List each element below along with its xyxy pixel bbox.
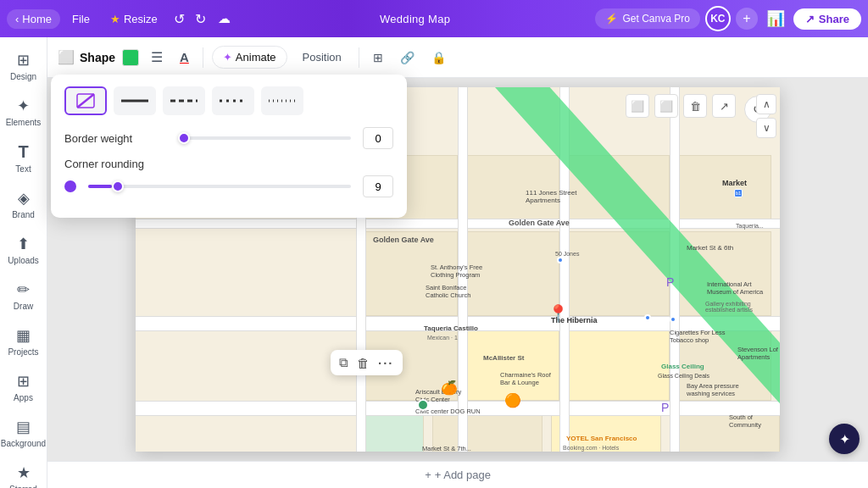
sidebar-item-elements[interactable]: ✦ Elements [3,90,44,134]
sidebar-item-apps[interactable]: ⊞ Apps [3,365,44,409]
shape-label: Shape [80,51,115,64]
map-pin-blue [557,257,564,263]
map-pin-orange: 🟠 [504,392,521,408]
corner-rounding-thumb[interactable] [112,180,124,192]
map-ctrl-4[interactable]: ↗ [712,94,736,118]
lightning-icon: ⚡ [605,13,618,25]
add-collaborator-button[interactable]: + [736,8,758,30]
map-label: Taqueria... [736,223,764,229]
sidebar-item-uploads[interactable]: ⬆ Uploads [3,228,44,272]
text-icon: T [18,142,28,162]
brand-icon: ◈ [18,189,30,208]
toolbar-divider2 [359,47,359,68]
sidebar-item-draw[interactable]: ✏ Draw [3,274,44,318]
corner-rounding-track[interactable] [88,185,351,188]
map-label: Glass Ceiling Deals [658,373,709,379]
sparkle-icon: ✦ [839,431,850,447]
map-label: Charmaine's RoofBar & Lounge [500,371,551,386]
animate-button[interactable]: ✦ Animate [212,46,287,69]
toolbar-divider [203,47,203,68]
border-weight-row: Border weight 0 [64,127,393,149]
map-ctrl-3[interactable]: 🗑 [683,94,707,118]
file-label: File [72,13,90,25]
map-label: St. Anthony's FreeClothing Program [431,263,482,279]
map-pin-purple: P [661,401,669,414]
sidebar-item-background[interactable]: ▤ Background [3,411,44,455]
resize-button[interactable]: ★ Resize [102,9,166,29]
redo-button[interactable]: ↻ [191,8,210,30]
add-page-bar[interactable]: + + Add page [47,461,868,488]
text-color-button[interactable]: A [175,47,194,68]
map-ctrl-2[interactable]: ⬜ [654,94,678,118]
more-options-icon[interactable]: ··· [378,356,394,370]
sparkle-icon: ✦ [223,51,232,64]
document-title: Wedding Map [380,13,450,25]
border-style-dashed[interactable] [163,86,205,115]
sidebar-item-label: Projects [8,347,38,357]
fill-color-swatch[interactable] [122,49,139,66]
dashed-line-icon [170,99,198,103]
map-pin-blue-square: b1 [734,189,743,197]
border-weight-track[interactable] [178,136,351,140]
border-weight-label: Border weight [64,132,166,145]
scroll-up-button[interactable]: ∧ [756,94,776,114]
map-ctrl-1[interactable]: ⬜ [626,94,649,118]
delete-icon[interactable]: 🗑 [357,356,370,370]
map-label: Glass Ceiling [661,363,704,370]
uploads-icon: ⬆ [17,235,30,253]
sidebar-item-label: Brand [12,210,35,219]
analytics-icon[interactable]: 📊 [763,6,788,31]
map-label: South ofCommunity [729,413,761,429]
lines-icon-button[interactable]: ☰ [146,46,168,69]
position-button[interactable]: Position [294,47,350,68]
scroll-down-button[interactable]: ∨ [756,118,776,138]
grid-icon-button[interactable]: ⊞ [368,47,388,68]
corner-rounding-value[interactable]: 9 [363,175,393,197]
shape-label-group: ⬜ Shape [58,49,115,65]
map-label: Mexican · 1 [427,335,458,341]
share-button[interactable]: ↗ Share [793,8,861,30]
sidebar-item-projects[interactable]: ▦ Projects [3,319,44,363]
link-icon-button[interactable]: 🔗 [395,47,420,68]
border-weight-value[interactable]: 0 [363,127,393,149]
map-pin-orange: 🍊 [441,380,458,396]
map-label: Market St & 7th...BikeLink -...Center Bi… [422,445,471,452]
get-canva-button[interactable]: ⚡ Get Canva Pro [595,8,699,29]
border-style-dotted2[interactable] [261,86,303,115]
sidebar-item-brand[interactable]: ◈ Brand [3,182,44,226]
border-style-dotted[interactable] [212,86,254,115]
home-label: Home [22,13,52,25]
map-label-road: McAllister St [483,354,524,362]
sidebar-item-starred[interactable]: ★ Starred [3,457,44,488]
sidebar-item-label: Background [1,439,46,448]
undo-button[interactable]: ↺ [170,8,189,30]
map-label: International ArtMuseum of America [707,280,763,296]
home-button[interactable]: ‹ Home [7,9,60,29]
map-pin-blue [670,316,676,323]
map-label: Taqueria Castillo [424,324,478,332]
cloud-button[interactable]: ☁ [214,8,235,30]
sidebar-item-label: Apps [14,393,33,402]
sidebar-item-label: Draw [14,302,33,311]
top-nav: ‹ Home File ★ Resize ↺ ↻ ☁ Wedding Map ⚡… [0,0,868,37]
sidebar-item-design[interactable]: ⊞ Design [3,44,44,88]
map-label: 111 Jones StreetApartments [526,189,576,204]
corner-rounding-fill [88,185,112,188]
elements-icon: ✦ [17,97,30,115]
apps-icon: ⊞ [17,372,30,391]
map-pin-red: 📍 [548,305,569,322]
scroll-controls: ∧ ∨ [756,94,776,138]
duplicate-icon[interactable]: ⧉ [339,355,348,370]
scroll-handle-button[interactable]: ✦ [829,424,860,454]
position-label: Position [303,51,342,64]
sidebar-item-text[interactable]: T Text [3,136,44,180]
border-weight-thumb[interactable] [178,132,190,144]
border-style-solid[interactable] [114,86,156,115]
sidebar-item-label: Elements [6,118,42,127]
dotted2-line-icon [269,99,296,103]
file-button[interactable]: File [64,9,98,29]
starred-icon: ★ [17,463,31,482]
draw-icon: ✏ [17,280,30,299]
lock-icon-button[interactable]: 🔒 [426,47,451,68]
border-style-none[interactable] [64,86,107,115]
